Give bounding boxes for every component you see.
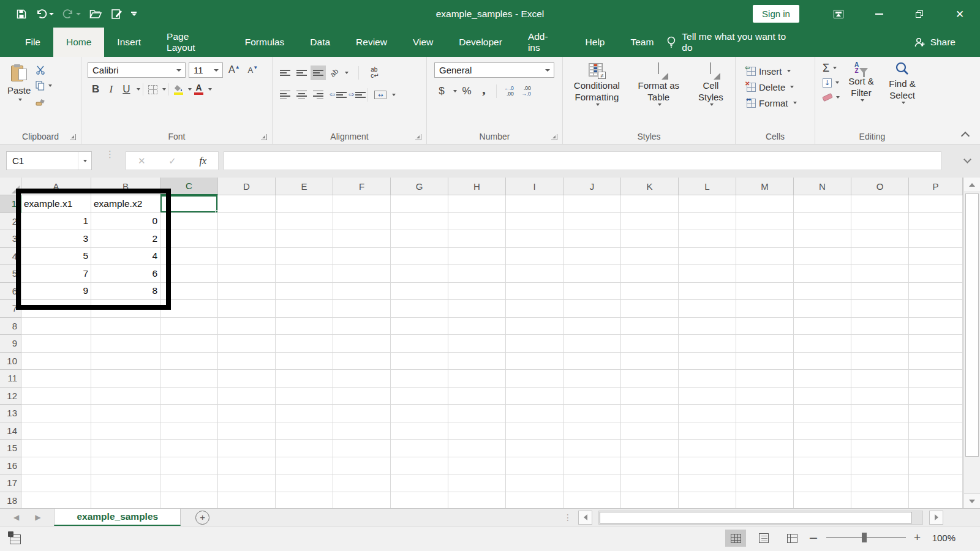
cell-G12[interactable] xyxy=(391,388,448,405)
name-box[interactable]: C1 xyxy=(6,151,92,170)
cell-N3[interactable] xyxy=(794,230,851,248)
cell-J3[interactable] xyxy=(564,230,621,248)
tab-review[interactable]: Review xyxy=(343,28,400,57)
increase-indent-button[interactable]: ⇨ xyxy=(346,88,364,102)
cell-L17[interactable] xyxy=(679,474,736,492)
row-header-13[interactable]: 13 xyxy=(0,405,21,422)
cell-M18[interactable] xyxy=(736,492,794,509)
cell-B7[interactable] xyxy=(91,300,160,318)
paste-button[interactable]: Paste xyxy=(2,61,36,129)
cell-A17[interactable] xyxy=(21,474,91,492)
cell-F16[interactable] xyxy=(333,457,391,475)
cell-P15[interactable] xyxy=(909,440,963,457)
cell-N4[interactable] xyxy=(794,248,851,266)
number-dialog-launcher[interactable] xyxy=(551,134,557,140)
cell-D2[interactable] xyxy=(218,213,276,231)
cell-H16[interactable] xyxy=(448,457,506,475)
cell-K1[interactable] xyxy=(621,195,679,213)
new-sheet-button[interactable]: + xyxy=(195,511,209,525)
row-header-3[interactable]: 3 xyxy=(0,230,21,248)
cell-B18[interactable] xyxy=(91,492,160,509)
cell-J1[interactable] xyxy=(564,195,621,213)
cell-E4[interactable] xyxy=(276,248,333,266)
row-header-6[interactable]: 6 xyxy=(0,283,21,301)
cell-M7[interactable] xyxy=(736,300,794,318)
expand-formula-bar-icon[interactable] xyxy=(964,157,971,164)
cell-H2[interactable] xyxy=(448,213,506,231)
cell-K8[interactable] xyxy=(621,318,679,335)
clear-button[interactable] xyxy=(823,91,840,103)
italic-button[interactable]: I xyxy=(104,82,118,97)
format-painter-button[interactable] xyxy=(36,96,52,108)
cell-N18[interactable] xyxy=(794,492,851,509)
cell-L9[interactable] xyxy=(679,335,736,353)
cell-D15[interactable] xyxy=(218,440,276,457)
cell-F13[interactable] xyxy=(333,405,391,422)
cell-J5[interactable] xyxy=(564,265,621,283)
page-layout-view-button[interactable] xyxy=(753,530,774,547)
cell-L11[interactable] xyxy=(679,370,736,388)
cell-B4[interactable]: 4 xyxy=(91,248,160,266)
cell-K15[interactable] xyxy=(621,440,679,457)
page-break-view-button[interactable] xyxy=(782,530,802,547)
cell-O18[interactable] xyxy=(851,492,909,509)
cell-F7[interactable] xyxy=(333,300,391,318)
cell-C10[interactable] xyxy=(160,353,218,370)
cell-A5[interactable]: 7 xyxy=(21,265,91,283)
cell-J16[interactable] xyxy=(564,457,621,475)
cell-N5[interactable] xyxy=(794,265,851,283)
cell-P14[interactable] xyxy=(909,422,963,440)
cell-G15[interactable] xyxy=(391,440,448,457)
cell-G17[interactable] xyxy=(391,474,448,492)
cell-H14[interactable] xyxy=(448,422,506,440)
cell-D7[interactable] xyxy=(218,300,276,318)
tab-developer[interactable]: Developer xyxy=(446,28,515,57)
cell-L10[interactable] xyxy=(679,353,736,370)
cell-C17[interactable] xyxy=(160,474,218,492)
cell-A9[interactable] xyxy=(21,335,91,353)
cell-I18[interactable] xyxy=(506,492,564,509)
bottom-align-button[interactable] xyxy=(311,66,326,80)
row-header-16[interactable]: 16 xyxy=(0,457,21,475)
cell-E13[interactable] xyxy=(276,405,333,422)
cell-N1[interactable] xyxy=(794,195,851,213)
cell-B15[interactable] xyxy=(91,440,160,457)
tab-file[interactable]: File xyxy=(12,28,53,57)
horizontal-scrollbar[interactable] xyxy=(598,511,923,525)
decrease-font-size-button[interactable]: A▼ xyxy=(246,62,261,77)
cell-K12[interactable] xyxy=(621,388,679,405)
cell-K13[interactable] xyxy=(621,405,679,422)
cell-C13[interactable] xyxy=(160,405,218,422)
orientation-dropdown-icon[interactable] xyxy=(345,72,349,74)
cell-G2[interactable] xyxy=(391,213,448,231)
cell-B2[interactable]: 0 xyxy=(91,213,160,231)
cell-N7[interactable] xyxy=(794,300,851,318)
cell-D3[interactable] xyxy=(218,230,276,248)
cell-C2[interactable] xyxy=(160,213,218,231)
cell-D8[interactable] xyxy=(218,318,276,335)
cell-B6[interactable]: 8 xyxy=(91,283,160,301)
cell-J8[interactable] xyxy=(564,318,621,335)
zoom-in-button[interactable]: + xyxy=(914,531,921,544)
bold-button[interactable]: B xyxy=(88,82,104,97)
undo-dropdown-icon[interactable] xyxy=(49,13,54,15)
fill-color-button[interactable] xyxy=(172,82,186,97)
cell-N6[interactable] xyxy=(794,283,851,301)
percent-style-button[interactable]: % xyxy=(459,84,474,99)
conditional-formatting-button[interactable]: ≠ Conditional Formatting xyxy=(565,61,628,129)
orientation-button[interactable]: ab xyxy=(327,66,342,80)
middle-align-button[interactable] xyxy=(294,66,309,80)
cell-M15[interactable] xyxy=(736,440,794,457)
autosum-button[interactable]: Σ xyxy=(823,62,840,74)
cell-J6[interactable] xyxy=(564,283,621,301)
column-header-L[interactable]: L xyxy=(679,178,736,195)
cell-I17[interactable] xyxy=(506,474,564,492)
cell-D12[interactable] xyxy=(218,388,276,405)
cell-A7[interactable] xyxy=(21,300,91,318)
cell-A15[interactable] xyxy=(21,440,91,457)
merge-center-button[interactable]: ↔ xyxy=(372,88,389,102)
cell-K11[interactable] xyxy=(621,370,679,388)
cell-F9[interactable] xyxy=(333,335,391,353)
cell-P5[interactable] xyxy=(909,265,963,283)
cell-A14[interactable] xyxy=(21,422,91,440)
